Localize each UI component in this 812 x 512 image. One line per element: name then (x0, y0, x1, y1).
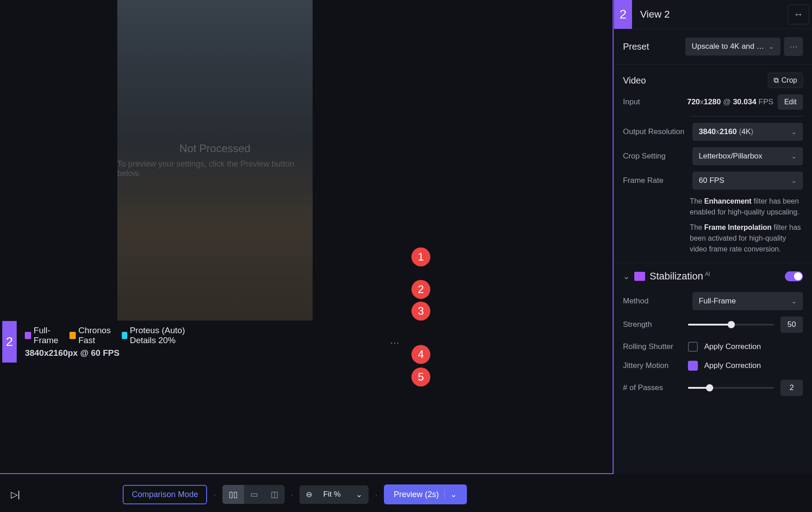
callout-1: 1 (411, 247, 430, 266)
passes-label: # of Passes (623, 383, 682, 392)
stabilization-toggle[interactable] (785, 271, 803, 281)
strength-slider[interactable] (688, 324, 774, 326)
callout-2: 2 (411, 280, 430, 299)
frame-rate-select[interactable]: 60 FPS⌄ (692, 172, 803, 190)
view-mode-group: ▯▯ ▭ ◫ (222, 485, 285, 504)
output-resolution-label: 3840x2160px @ 60 FPS (25, 348, 191, 358)
input-value: 720x1280 @ 30.034 FPS Edit (687, 94, 803, 110)
filter-chip-chronos: Chronos Fast (69, 326, 114, 345)
strength-label: Strength (623, 320, 682, 329)
strength-value[interactable]: 50 (780, 317, 803, 333)
proteus-icon (122, 332, 127, 339)
chevron-down-icon: ⌄ (791, 128, 797, 135)
chevron-down-icon: ⌄ (791, 177, 797, 184)
output-resolution-select[interactable]: 3840x2160 (4K) ⌄ (692, 123, 803, 141)
method-select[interactable]: Full-Frame⌄ (692, 292, 803, 310)
jittery-motion-check-label: Apply Correction (704, 361, 761, 370)
crop-setting-select[interactable]: Letterbox/Pillarbox⌄ (692, 147, 803, 165)
stabilization-title: StabilizationAI (650, 270, 710, 282)
jittery-motion-checkbox[interactable] (688, 361, 698, 371)
zoom-chevron-icon[interactable]: ⌄ (353, 485, 365, 504)
comparison-mode-button[interactable]: Comparison Mode (123, 485, 207, 504)
rolling-shutter-label: Rolling Shutter (623, 342, 682, 351)
chevron-down-icon: ⌄ (769, 43, 774, 50)
preview-status-subtitle: To preview your settings, click the Prev… (117, 159, 313, 178)
view-number-badge: 2 (614, 0, 632, 29)
view-title: View 2 (632, 9, 788, 20)
rolling-shutter-checkbox[interactable] (688, 342, 698, 352)
callout-3: 3 (411, 302, 430, 321)
method-label: Method (623, 297, 649, 306)
side-view-button[interactable]: ◫ (264, 485, 285, 504)
preview-dropdown-icon[interactable]: ⌄ (444, 489, 457, 499)
callout-5: 5 (411, 368, 430, 386)
preset-more-button[interactable]: ⋯ (784, 37, 803, 56)
passes-value[interactable]: 2 (780, 380, 803, 396)
enhancement-info: The Enhancement filter has been enabled … (690, 196, 803, 218)
preview-status-title: Not Processed (180, 142, 250, 155)
frame-rate-label: Frame Rate (623, 176, 664, 185)
filter-chip-fullframe: Full-Frame (25, 326, 61, 345)
stabilization-icon (25, 332, 31, 339)
output-resolution-label: Output Resolution (623, 127, 684, 136)
passes-slider[interactable] (688, 387, 774, 389)
resize-handle-icon[interactable]: ↔ (788, 5, 809, 24)
zoom-value[interactable]: Fit % (320, 485, 343, 503)
stabilization-icon (634, 272, 645, 281)
preset-select[interactable]: Upscale to 4K and …⌄ (685, 37, 780, 56)
chevron-down-icon: ⌄ (791, 153, 797, 160)
jittery-motion-label: Jittery Motion (623, 361, 682, 370)
single-view-button[interactable]: ▭ (244, 485, 264, 504)
crop-setting-label: Crop Setting (623, 152, 666, 161)
input-label: Input (623, 98, 640, 107)
video-section-title: Video (623, 75, 646, 86)
preview-image: Not Processed To preview your settings, … (117, 0, 313, 321)
viewport-footer: 2 Full-Frame Chronos Fast Proteus (Auto)… (2, 321, 199, 363)
split-view-button[interactable]: ▯▯ (222, 485, 244, 504)
rolling-shutter-check-label: Apply Correction (704, 342, 761, 351)
callout-4: 4 (411, 345, 430, 364)
viewport-number-badge: 2 (2, 321, 17, 363)
chronos-icon (69, 332, 76, 339)
preset-label: Preset (623, 42, 649, 52)
zoom-control: ⊖ Fit % ⌄ (300, 485, 369, 504)
settings-sidebar: 2 View 2 ↔ Preset Upscale to 4K and …⌄ ⋯… (614, 0, 812, 474)
chevron-down-icon: ⌄ (791, 298, 797, 305)
preview-viewport: Not Processed To preview your settings, … (0, 0, 614, 474)
filter-chip-proteus: Proteus (Auto) Details 20% (122, 326, 191, 345)
edit-input-button[interactable]: Edit (778, 94, 803, 110)
interpolation-info: The Frame Interpolation filter has been … (690, 222, 803, 255)
crop-icon: ⧉ (774, 76, 779, 84)
crop-button[interactable]: ⧉Crop (768, 73, 803, 88)
collapse-chevron-icon[interactable]: ⌄ (623, 271, 630, 281)
preview-button[interactable]: Preview (2s) ⌄ (384, 484, 467, 504)
more-options-icon[interactable]: ⋮ (390, 339, 401, 348)
zoom-out-button[interactable]: ⊖ (303, 485, 315, 504)
bottom-toolbar: ▷| Comparison Mode · ▯▯ ▭ ◫ · ⊖ Fit % ⌄ … (0, 483, 812, 506)
play-next-button[interactable]: ▷| (11, 489, 20, 500)
